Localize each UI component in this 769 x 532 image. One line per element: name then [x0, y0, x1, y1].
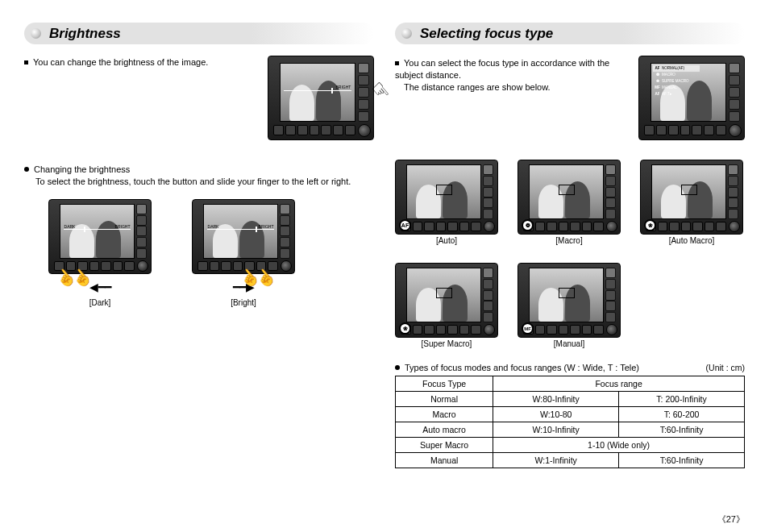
- hand-icon: ☟: [368, 77, 394, 105]
- focus-badge-supermacro: ❀: [399, 322, 411, 335]
- section-title: Selecting focus type: [420, 26, 553, 42]
- example-bright: DARK BRIGHT ☝ ☝ ━━▶ [Bright]: [192, 199, 295, 307]
- round-bullet-icon: [395, 365, 400, 370]
- intro-text: You can select the focus type in accorda…: [395, 56, 629, 94]
- round-bullet-icon: [24, 167, 29, 172]
- subsection-changing: Changing the brightness To select the br…: [24, 164, 374, 188]
- example-macro: ❁ [Macro]: [518, 160, 621, 245]
- camera-preview-focus-menu: AFNORMAL(AF) ❁MACRO ❀SUPRE MACRO MFMANUA…: [638, 56, 745, 140]
- table-row: Macro W:10-80 T: 60-200: [396, 407, 745, 422]
- th-focus-type: Focus Type: [396, 376, 493, 392]
- example-supermacro: ❀ [Super Macro]: [395, 263, 498, 348]
- camera-preview-bright: BRIGHT ☟: [268, 56, 374, 140]
- example-auto: AF [Auto]: [395, 160, 498, 245]
- intro-text: You can change the brightness of the ima…: [24, 56, 258, 67]
- th-focus-range: Focus range: [493, 376, 745, 392]
- focus-section: Selecting focus type You can select the …: [395, 23, 745, 468]
- bullet-icon: [401, 28, 412, 39]
- page-number: 《27》: [717, 513, 745, 526]
- square-bullet-icon: [24, 60, 28, 64]
- table-heading: Types of focus modes and focus ranges (W…: [405, 363, 639, 372]
- focus-badge-manual: MF: [522, 322, 534, 335]
- focus-badge-auto: AF: [399, 219, 411, 231]
- square-bullet-icon: [395, 61, 399, 65]
- example-automacro: ❀ [Auto Macro]: [640, 160, 743, 245]
- focus-badge-automacro: ❀: [644, 219, 656, 231]
- example-manual: MF [Manual]: [518, 263, 621, 348]
- section-header-focus: Selecting focus type: [395, 23, 745, 44]
- bullet-icon: [31, 28, 41, 39]
- section-title: Brightness: [49, 26, 121, 42]
- section-header-brightness: Brightness: [24, 23, 374, 44]
- unit-note: (Unit : cm): [706, 363, 745, 372]
- table-row: Super Macro 1-10 (Wide only): [396, 438, 745, 453]
- focus-range-table: Focus Type Focus range Normal W:80-Infin…: [395, 376, 745, 468]
- brightness-section: Brightness You can change the brightness…: [24, 23, 374, 468]
- table-row: Normal W:80-Infinity T: 200-Infinity: [396, 392, 745, 407]
- focus-badge-macro: ❁: [522, 219, 534, 231]
- example-dark: DARK BRIGHT ☝ ☝ ◀━━ [Dark]: [48, 199, 152, 307]
- focus-menu: AFNORMAL(AF) ❁MACRO ❀SUPRE MACRO MFMANUA…: [653, 65, 700, 98]
- table-row: Auto macro W:10-Infinity T:60-Infinity: [396, 422, 745, 438]
- dial-icon: [358, 124, 371, 137]
- table-row: Manual W:1-Infinity T:60-Infinity: [396, 453, 745, 468]
